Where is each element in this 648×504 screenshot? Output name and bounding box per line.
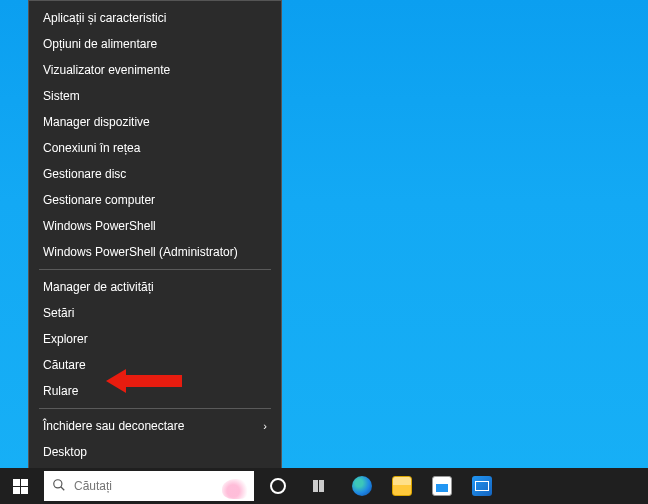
- menu-item-event-viewer[interactable]: Vizualizator evenimente: [29, 57, 281, 83]
- menu-item-settings[interactable]: Setări: [29, 300, 281, 326]
- menu-item-search[interactable]: Căutare: [29, 352, 281, 378]
- menu-item-shutdown-signout[interactable]: Închidere sau deconectare ›: [29, 413, 281, 439]
- menu-label: Gestionare computer: [43, 193, 155, 207]
- cortana-button[interactable]: [258, 468, 298, 504]
- task-view-icon: [313, 480, 324, 492]
- taskbar-app-store[interactable]: [422, 468, 462, 504]
- menu-label: Sistem: [43, 89, 80, 103]
- menu-item-apps-features[interactable]: Aplicații și caracteristici: [29, 5, 281, 31]
- menu-label: Manager dispozitive: [43, 115, 150, 129]
- start-button[interactable]: [0, 468, 40, 504]
- svg-point-0: [54, 479, 62, 487]
- menu-label: Desktop: [43, 445, 87, 459]
- menu-label: Rulare: [43, 384, 78, 398]
- menu-item-network-connections[interactable]: Conexiuni în rețea: [29, 135, 281, 161]
- store-icon: [432, 476, 452, 496]
- winx-context-menu: Aplicații și caracteristici Opțiuni de a…: [28, 0, 282, 470]
- menu-label: Vizualizator evenimente: [43, 63, 170, 77]
- menu-item-power-options[interactable]: Opțiuni de alimentare: [29, 31, 281, 57]
- taskbar-app-mail[interactable]: [462, 468, 502, 504]
- desktop[interactable]: Aplicații și caracteristici Opțiuni de a…: [0, 0, 648, 504]
- taskbar-search-box[interactable]: [44, 471, 254, 501]
- taskbar-app-edge[interactable]: [342, 468, 382, 504]
- chevron-right-icon: ›: [263, 420, 267, 432]
- menu-divider: [39, 408, 271, 409]
- menu-label: Windows PowerShell: [43, 219, 156, 233]
- menu-item-disk-management[interactable]: Gestionare disc: [29, 161, 281, 187]
- menu-item-explorer[interactable]: Explorer: [29, 326, 281, 352]
- windows-logo-icon: [13, 479, 28, 494]
- menu-item-task-manager[interactable]: Manager de activități: [29, 274, 281, 300]
- taskbar: [0, 468, 648, 504]
- search-icon: [52, 478, 66, 495]
- menu-item-run[interactable]: Rulare: [29, 378, 281, 404]
- menu-label: Închidere sau deconectare: [43, 419, 184, 433]
- menu-label: Explorer: [43, 332, 88, 346]
- menu-item-device-manager[interactable]: Manager dispozitive: [29, 109, 281, 135]
- menu-label: Căutare: [43, 358, 86, 372]
- search-decoration-icon: [222, 479, 250, 499]
- taskbar-app-file-explorer[interactable]: [382, 468, 422, 504]
- menu-divider: [39, 269, 271, 270]
- task-view-button[interactable]: [298, 468, 338, 504]
- svg-line-1: [61, 486, 65, 490]
- folder-icon: [392, 476, 412, 496]
- menu-item-computer-management[interactable]: Gestionare computer: [29, 187, 281, 213]
- menu-label: Setări: [43, 306, 74, 320]
- menu-item-desktop[interactable]: Desktop: [29, 439, 281, 465]
- menu-label: Aplicații și caracteristici: [43, 11, 166, 25]
- menu-item-system[interactable]: Sistem: [29, 83, 281, 109]
- menu-label: Opțiuni de alimentare: [43, 37, 157, 51]
- menu-item-powershell-admin[interactable]: Windows PowerShell (Administrator): [29, 239, 281, 265]
- cortana-icon: [270, 478, 286, 494]
- menu-label: Conexiuni în rețea: [43, 141, 140, 155]
- mail-icon: [472, 476, 492, 496]
- menu-label: Gestionare disc: [43, 167, 126, 181]
- edge-icon: [352, 476, 372, 496]
- menu-label: Windows PowerShell (Administrator): [43, 245, 238, 259]
- pinned-apps: [342, 468, 502, 504]
- search-input[interactable]: [74, 479, 246, 493]
- menu-label: Manager de activități: [43, 280, 154, 294]
- menu-item-powershell[interactable]: Windows PowerShell: [29, 213, 281, 239]
